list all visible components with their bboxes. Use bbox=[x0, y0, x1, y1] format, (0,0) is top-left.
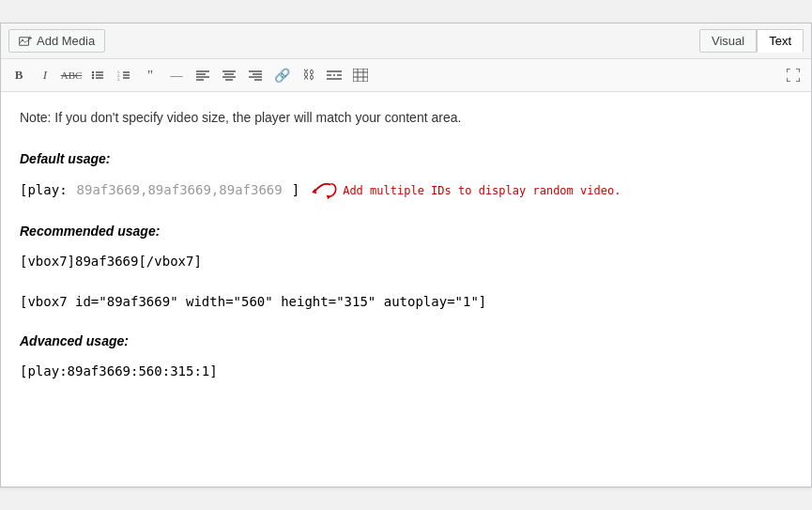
section-advanced-usage: Advanced usage: [play:89af3669:560:315:1… bbox=[20, 331, 792, 382]
svg-rect-33 bbox=[353, 69, 368, 82]
annotation-text: Add multiple IDs to display random video… bbox=[343, 182, 620, 200]
default-usage-heading: Default usage: bbox=[20, 148, 792, 169]
unordered-list-button[interactable] bbox=[85, 63, 110, 87]
align-center-button[interactable] bbox=[217, 63, 241, 87]
ordered-list-button[interactable]: 1. 2. 3. bbox=[112, 63, 136, 87]
shortcode-prefix: [play: bbox=[20, 179, 68, 200]
recommended-usage-code-1: [vbox7]89af3669[/vbox7] bbox=[20, 251, 792, 271]
editor-top-bar: Add Media Visual Text bbox=[1, 23, 811, 59]
media-icon bbox=[19, 35, 32, 48]
advanced-usage-heading: Advanced usage: bbox=[20, 331, 792, 351]
fullscreen-button[interactable] bbox=[781, 63, 805, 87]
note-paragraph: Note: If you don't specify video size, t… bbox=[20, 107, 792, 128]
play-full-code: [play:89af3669:560:315:1] bbox=[20, 361, 218, 381]
recommended-usage-code-2: [vbox7 id="89af3669" width="560" height=… bbox=[20, 291, 792, 312]
align-center-icon bbox=[222, 70, 236, 81]
editor-content[interactable]: Note: If you don't specify video size, t… bbox=[1, 92, 811, 487]
default-usage-code: [play:89af3669,89af3669,89af3669] Add mu… bbox=[20, 179, 792, 202]
svg-point-5 bbox=[92, 74, 94, 76]
table-button[interactable] bbox=[348, 63, 373, 87]
bold-button[interactable]: B bbox=[7, 63, 31, 87]
strikethrough-button[interactable]: ABC bbox=[59, 63, 84, 87]
advanced-usage-code: [play:89af3669:560:315:1] bbox=[20, 361, 792, 381]
section-default-usage: Default usage: [play:89af3669,89af3669,8… bbox=[20, 148, 792, 201]
svg-point-4 bbox=[92, 71, 94, 73]
italic-button[interactable]: I bbox=[33, 63, 57, 87]
unordered-list-icon bbox=[91, 69, 104, 82]
shortcode-suffix: ] bbox=[292, 179, 299, 200]
vbox7-code: [vbox7]89af3669[/vbox7] bbox=[20, 251, 202, 271]
arrow-annotation: Add multiple IDs to display random video… bbox=[309, 181, 620, 202]
editor-wrapper: Add Media Visual Text B I ABC 1. 2. 3 bbox=[0, 23, 812, 487]
align-left-button[interactable] bbox=[191, 63, 215, 87]
insert-more-icon bbox=[327, 70, 342, 81]
table-icon bbox=[353, 69, 368, 82]
arrow-icon bbox=[309, 181, 337, 202]
blockquote-button[interactable]: " bbox=[138, 63, 162, 87]
editor-toolbar: B I ABC 1. 2. 3. " — bbox=[1, 59, 811, 92]
horizontal-rule-button[interactable]: — bbox=[164, 63, 189, 87]
tab-visual[interactable]: Visual bbox=[699, 29, 757, 53]
insert-more-button[interactable] bbox=[322, 63, 346, 87]
align-left-icon bbox=[196, 70, 209, 81]
tab-text[interactable]: Text bbox=[757, 29, 804, 53]
unlink-button[interactable]: ⛓ bbox=[296, 63, 320, 87]
view-tabs: Visual Text bbox=[699, 29, 804, 53]
shortcode-ids: 89af3669,89af3669,89af3669 bbox=[77, 179, 283, 200]
recommended-usage-heading: Recommended usage: bbox=[20, 221, 792, 241]
ordered-list-icon: 1. 2. 3. bbox=[117, 69, 130, 82]
align-right-button[interactable] bbox=[243, 63, 268, 87]
vbox7-full-code: [vbox7 id="89af3669" width="560" height=… bbox=[20, 291, 486, 312]
section-recommended-usage: Recommended usage: [vbox7]89af3669[/vbox… bbox=[20, 221, 792, 312]
annotation-wrapper: Add multiple IDs to display random video… bbox=[309, 179, 620, 202]
fullscreen-icon bbox=[787, 69, 800, 82]
link-button[interactable]: 🔗 bbox=[269, 63, 294, 87]
align-right-icon bbox=[249, 70, 262, 81]
add-media-label: Add Media bbox=[37, 34, 95, 48]
add-media-button[interactable]: Add Media bbox=[8, 29, 105, 53]
svg-point-6 bbox=[92, 77, 94, 79]
svg-text:3.: 3. bbox=[117, 77, 120, 82]
